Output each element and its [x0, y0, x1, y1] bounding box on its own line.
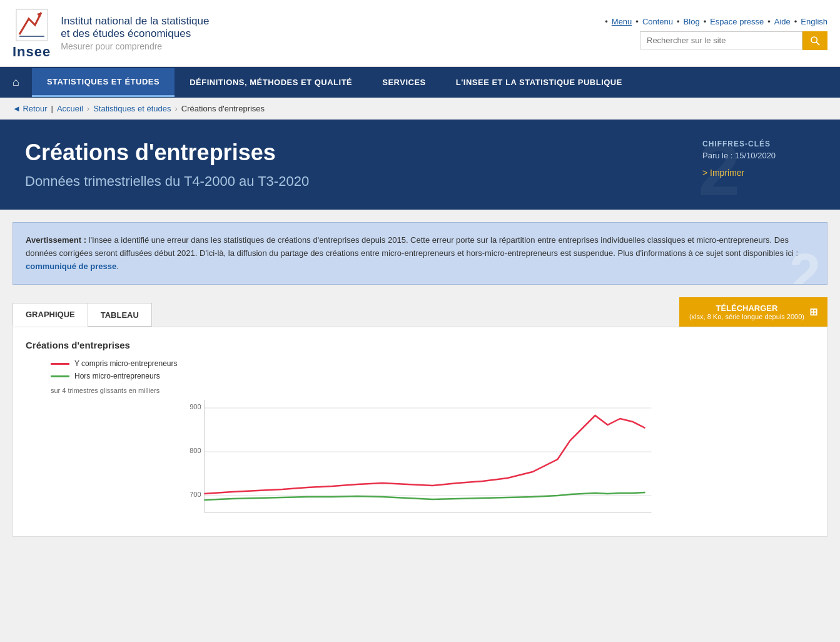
- imprimer-link[interactable]: > Imprimer: [702, 168, 815, 178]
- breadcrumb-current: Créations d'entreprises: [181, 104, 265, 113]
- main-content: 2 Avertissement : l'Insee a identifié un…: [0, 210, 840, 549]
- nav-definitions[interactable]: DÉFINITIONS, MÉTHODES ET QUALITÉ: [175, 69, 367, 96]
- nav-english[interactable]: English: [801, 17, 827, 26]
- legend-item-hors: Hors micro-entrepreneurs: [51, 372, 814, 380]
- nav-menu[interactable]: Menu: [612, 17, 632, 26]
- logo-image: [13, 6, 51, 44]
- nav-contenu[interactable]: Contenu: [642, 17, 673, 26]
- sep2: •: [677, 17, 680, 26]
- header-text: Institut national de la statistique et d…: [61, 15, 209, 51]
- download-text: TÉLÉCHARGER (xlsx, 8 Ko, série longue de…: [689, 303, 804, 320]
- warning-end: .: [116, 262, 119, 271]
- legend-label-micro: Y compris micro-entrepreneurs: [74, 359, 178, 368]
- legend-line-hors: [51, 375, 69, 377]
- breadcrumb-stats[interactable]: Statistiques et études: [93, 104, 171, 113]
- legend-item-micro: Y compris micro-entrepreneurs: [51, 359, 814, 368]
- search-input[interactable]: [640, 31, 802, 49]
- svg-text:900: 900: [190, 403, 201, 410]
- breadcrumb-chevron2: ›: [175, 104, 177, 113]
- logo-box: Insee: [13, 6, 51, 60]
- download-icon: ⊞: [809, 306, 817, 318]
- nav-home-button[interactable]: ⌂: [0, 67, 32, 98]
- chart-area: Créations d'entreprises Y compris micro-…: [13, 327, 827, 537]
- download-label: TÉLÉCHARGER: [716, 303, 777, 313]
- main-navigation: ⌂ STATISTIQUES ET ÉTUDES DÉFINITIONS, MÉ…: [0, 67, 840, 98]
- chart-svg: 900 800 700: [26, 397, 814, 522]
- tabs-download-row: GRAPHIQUE TABLEAU TÉLÉCHARGER (xlsx, 8 K…: [13, 297, 827, 327]
- sep5: •: [794, 17, 797, 26]
- header-title-line2: et des études économiques: [61, 28, 209, 40]
- sep1: •: [635, 17, 639, 26]
- svg-text:800: 800: [190, 447, 201, 454]
- chiffres-label: CHIFFRES-CLÉS: [702, 140, 815, 148]
- top-navigation: • Menu • Contenu • Blog • Espace presse …: [605, 17, 827, 26]
- chart-axis-label: sur 4 trimestres glissants en milliers: [51, 387, 814, 394]
- svg-text:700: 700: [190, 491, 201, 498]
- logo-label: Insee: [13, 44, 51, 60]
- header-right: • Menu • Contenu • Blog • Espace presse …: [605, 17, 827, 50]
- nav-presse[interactable]: Espace presse: [710, 17, 764, 26]
- header-tagline: Mesurer pour comprendre: [61, 41, 209, 51]
- chart-title: Créations d'entreprises: [26, 340, 814, 350]
- hero-title: Créations d'entreprises: [25, 140, 690, 166]
- nav-aide[interactable]: Aide: [774, 17, 791, 26]
- breadcrumb-sep-back: |: [51, 104, 53, 113]
- legend-line-micro: [51, 363, 69, 365]
- breadcrumb-accueil[interactable]: Accueil: [57, 104, 83, 113]
- header-left: Insee Institut national de la statistiqu…: [13, 6, 209, 60]
- tab-group: GRAPHIQUE TABLEAU: [13, 303, 152, 327]
- warning-text: l'Insee a identifié une erreur dans les …: [26, 235, 798, 258]
- sep3: •: [704, 17, 707, 26]
- search-bar: [640, 31, 827, 50]
- tab-graphique[interactable]: GRAPHIQUE: [13, 303, 88, 327]
- nav-statistiques[interactable]: STATISTIQUES ET ÉTUDES: [32, 68, 175, 97]
- paru-le: Paru le : 15/10/2020: [702, 151, 815, 160]
- tab-tableau[interactable]: TABLEAU: [88, 303, 152, 327]
- nav-services[interactable]: SERVICES: [367, 69, 441, 96]
- bullet: •: [605, 17, 608, 26]
- hero-left: Créations d'entreprises Données trimestr…: [25, 140, 690, 190]
- warning-link[interactable]: communiqué de presse: [26, 262, 116, 271]
- search-button[interactable]: [802, 31, 827, 50]
- download-button[interactable]: TÉLÉCHARGER (xlsx, 8 Ko, série longue de…: [679, 297, 827, 327]
- hero-right: CHIFFRES-CLÉS Paru le : 15/10/2020 > Imp…: [690, 140, 815, 178]
- header-title-line1: Institut national de la statistique: [61, 15, 209, 28]
- legend-label-hors: Hors micro-entrepreneurs: [74, 372, 160, 380]
- chart-container: 900 800 700: [26, 397, 814, 524]
- hero-banner: Créations d'entreprises Données trimestr…: [0, 120, 840, 210]
- warning-box: 2 Avertissement : l'Insee a identifié un…: [13, 222, 827, 285]
- chart-legend: Y compris micro-entrepreneurs Hors micro…: [51, 359, 814, 380]
- sep4: •: [767, 17, 771, 26]
- nav-insee[interactable]: L'INSEE ET LA STATISTIQUE PUBLIQUE: [441, 69, 637, 96]
- site-header: Insee Institut national de la statistiqu…: [0, 0, 840, 67]
- breadcrumb: ◄ Retour | Accueil › Statistiques et étu…: [0, 98, 840, 120]
- nav-blog[interactable]: Blog: [684, 17, 700, 26]
- breadcrumb-chevron1: ›: [87, 104, 89, 113]
- warning-bold: Avertissement :: [26, 235, 86, 245]
- download-subtitle: (xlsx, 8 Ko, série longue depuis 2000): [689, 313, 804, 320]
- breadcrumb-back[interactable]: ◄ Retour: [13, 104, 48, 113]
- hero-subtitle: Données trimestrielles du T4-2000 au T3-…: [25, 173, 690, 190]
- search-icon: [810, 36, 820, 46]
- svg-line-4: [816, 42, 819, 44]
